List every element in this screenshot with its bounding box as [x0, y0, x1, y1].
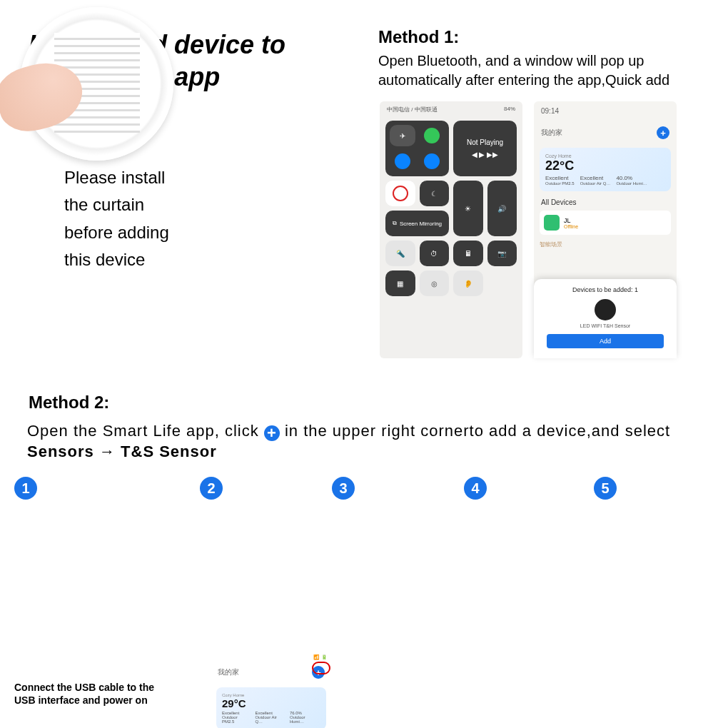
step-badge-5: 5: [594, 477, 617, 500]
flashlight-icon: 🔦: [385, 241, 415, 266]
calculator-icon: 🖩: [453, 241, 483, 266]
timer-icon: ⏱: [420, 241, 450, 266]
screen-mirroring-tile: ⧉ Screen Mirroring: [385, 211, 449, 236]
note-line: Please install: [64, 164, 169, 191]
plus-icon: +: [264, 425, 280, 441]
step1-photo: [0, 0, 175, 175]
add-button[interactable]: +: [657, 126, 669, 139]
method2-description: Open the Smart Life app, click + in the …: [27, 421, 712, 462]
note-line: the curtain: [64, 191, 169, 218]
device-row[interactable]: JL Offline: [540, 211, 671, 235]
step-badge-4: 4: [464, 477, 487, 500]
all-devices-heading: All Devices: [534, 194, 677, 211]
step-badge-2: 2: [200, 477, 223, 500]
rotation-lock-icon: [385, 181, 415, 206]
popup-device-name: LED WIFI T&H Sensor: [540, 323, 671, 328]
method2-heading: Method 2:: [29, 393, 109, 413]
media-tile: Not Playing ◀ ▶ ▶▶: [453, 121, 517, 176]
hearing-icon: 👂: [453, 271, 483, 296]
volume-slider: 🔊: [487, 181, 517, 236]
popup-title: Devices to be added: 1: [540, 286, 671, 293]
install-note: Please install the curtain before adding…: [64, 164, 169, 274]
method1-heading: Method 1:: [378, 27, 459, 47]
home-name: 我的家: [541, 128, 562, 138]
camera-icon: 📷: [487, 241, 517, 266]
device-thumb: [595, 299, 616, 320]
wifi-icon: [395, 153, 410, 169]
carrier-label: 中国电信 / 中国联通: [387, 106, 438, 113]
step1-caption: Connect the USB cable to the USB interfa…: [14, 682, 171, 707]
airplane-icon: ✈: [390, 125, 415, 146]
do-not-disturb-icon: ☾: [420, 181, 450, 206]
brightness-slider: ☀: [453, 181, 483, 236]
note-line: before adding: [64, 219, 169, 246]
discover-popup: Devices to be added: 1 LED WIFI T&H Sens…: [534, 279, 677, 358]
qr-icon: ▦: [385, 271, 415, 296]
method1-description: Open Bluetooth, and a window will pop up…: [378, 51, 721, 90]
step-badge-1: 1: [14, 477, 37, 500]
screenshot-app-home: 09:14 我的家 + Cozy Home 22°C ExcellentOutd…: [534, 101, 677, 358]
bluetooth-icon: [424, 153, 440, 169]
connectivity-tile: ✈: [385, 121, 449, 176]
cellular-icon: [424, 128, 440, 143]
highlight-oval: [312, 662, 330, 674]
step2-screenshot: 📶 🔋 我的家+ Cozy Home 29°C ExcellentOutdoor…: [211, 652, 332, 728]
not-playing-label: Not Playing: [467, 138, 503, 146]
device-icon: [544, 215, 560, 231]
battery-label: 84%: [504, 106, 515, 113]
popup-add-button[interactable]: Add: [547, 334, 664, 348]
note-line: this device: [64, 246, 169, 273]
screenshot-control-center: 中国电信 / 中国联通 84% ✈ Not Playing ◀ ▶ ▶▶ ☾ ☀…: [380, 101, 522, 358]
step-badge-3: 3: [332, 477, 355, 500]
banner-text: 智能场景: [540, 241, 671, 248]
accessibility-icon: ◎: [420, 271, 450, 296]
time-label: 09:14: [541, 107, 559, 115]
weather-card: Cozy Home 22°C ExcellentOutdoor PM2.5 Ex…: [540, 148, 671, 191]
